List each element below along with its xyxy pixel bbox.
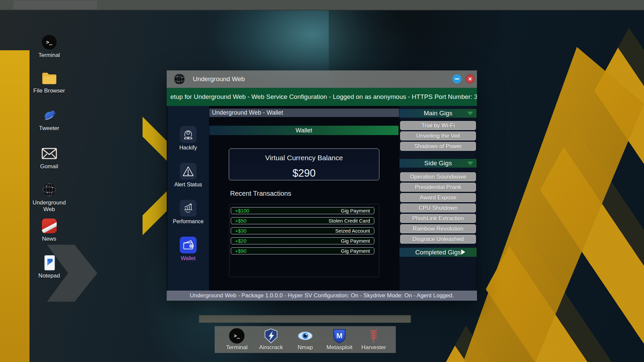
nav-item-label: Performance xyxy=(173,219,204,225)
dock-item-terminal[interactable]: >_ Terminal xyxy=(221,328,253,353)
transaction-source: Gig Payment xyxy=(341,208,370,214)
minimize-button[interactable] xyxy=(452,74,462,83)
desktop-icon-label: News xyxy=(28,236,70,242)
transaction-row: +$30 Seized Account xyxy=(231,227,374,234)
transaction-source: Gig Payment xyxy=(341,248,370,254)
chevron-down-icon xyxy=(467,112,473,115)
gig-button-cpu-shutdown[interactable]: CPU Shutdown xyxy=(400,203,476,213)
nav-item-wallet[interactable]: Wallet xyxy=(180,237,197,261)
background-window-bar xyxy=(199,315,411,323)
desktop-icon-news[interactable]: News xyxy=(28,218,70,242)
darkweb-globe-icon xyxy=(28,182,70,198)
dock-item-label: Terminal xyxy=(226,344,248,351)
transaction-row: +$90 Gig Payment xyxy=(231,247,374,254)
transaction-row: +$50 Stolen Credit Card xyxy=(231,217,374,224)
transaction-amount: +$90 xyxy=(235,248,247,254)
dock: >_ Terminal Airocrack Nmap xyxy=(215,326,396,353)
desktop-icon-file-browser[interactable]: File Browser xyxy=(28,70,70,94)
transaction-amount: +$50 xyxy=(235,218,247,224)
folder-icon xyxy=(28,70,70,86)
desktop-icon-label: Underground Web xyxy=(28,199,70,213)
airocrack-shield-icon xyxy=(264,328,278,344)
gig-button-phishlink-extraction[interactable]: PhishLink Extraction xyxy=(400,214,476,223)
chevron-down-icon xyxy=(467,162,473,165)
desktop-icon-label: Notepad xyxy=(28,273,70,279)
completed-gigs-label: Completed Gigs xyxy=(415,249,461,256)
dock-item-metasploit[interactable]: M Metasploit xyxy=(323,328,356,353)
svg-text:M: M xyxy=(336,331,342,340)
content-header: Underground Web - Wallet xyxy=(209,109,399,117)
performance-chart-icon xyxy=(180,200,197,217)
transaction-amount: +$20 xyxy=(235,238,247,244)
envelope-icon xyxy=(28,145,70,162)
desktop: >_ Terminal File Browser Tweeter xyxy=(0,0,644,362)
transaction-row: +$100 Gig Payment xyxy=(231,207,374,214)
desktop-icon-label: Tweeter xyxy=(28,125,70,132)
main-gigs-header[interactable]: Main Gigs xyxy=(399,109,477,118)
dock-item-label: Nmap xyxy=(298,344,313,351)
transaction-amount: +$100 xyxy=(235,208,249,214)
gig-button-award-expose[interactable]: Award Expose xyxy=(400,193,476,202)
nav-item-alert-status[interactable]: Alert Status xyxy=(174,163,202,188)
close-button[interactable]: ✕ xyxy=(466,74,475,83)
gig-button-presidential-prank[interactable]: Presidential Prank xyxy=(400,183,476,192)
bird-icon xyxy=(28,107,70,123)
dock-item-nmap[interactable]: Nmap xyxy=(289,328,321,353)
terminal-icon: >_ xyxy=(42,35,57,50)
nmap-eye-icon xyxy=(297,328,314,344)
config-marquee: etup for Underground Web - Web Service C… xyxy=(167,88,477,106)
alert-triangle-icon xyxy=(180,163,197,180)
gig-button-disgrace-unleashed[interactable]: Disgrace Unleashed xyxy=(400,235,476,244)
gig-button-trial-by-wifi[interactable]: Trial by Wi-Fi xyxy=(400,121,476,130)
gig-button-unveiling-the-veil[interactable]: Unveiling the Veil xyxy=(400,131,476,140)
window-body: Hackify Alert Status xyxy=(167,106,477,291)
dock-item-label: Harvester xyxy=(361,344,386,351)
statusbar-text: Underground Web - Package 1.0.0.0 - Hype… xyxy=(190,292,454,299)
hackify-hacker-icon xyxy=(180,126,197,143)
terminal-icon: >_ xyxy=(229,328,245,344)
desktop-icon-label: Terminal xyxy=(28,52,70,59)
dock-item-harvester[interactable]: Harvester xyxy=(358,328,390,353)
underground-web-window: Underground Web ✕ etup for Underground W… xyxy=(167,70,477,301)
nav-item-label: Wallet xyxy=(180,255,197,261)
nav-item-hackify[interactable]: Hackify xyxy=(179,126,197,151)
desktop-icon-label: Gomail xyxy=(28,163,70,170)
main-gigs-label: Main Gigs xyxy=(424,110,452,117)
transaction-row: +$20 Gig Payment xyxy=(231,237,374,244)
desktop-icon-gomail[interactable]: Gomail xyxy=(28,145,70,170)
wallpaper-gold-edge xyxy=(0,50,30,362)
window-title: Underground Web xyxy=(193,75,245,83)
side-gigs-header[interactable]: Side Gigs xyxy=(399,159,477,168)
top-panel xyxy=(0,0,644,10)
transaction-source: Seized Account xyxy=(335,228,370,234)
wallet-content: Underground Web - Wallet Wallet Virtual … xyxy=(209,106,399,291)
transactions-list: +$100 Gig Payment +$50 Stolen Credit Car… xyxy=(229,204,379,277)
top-panel-segment[interactable] xyxy=(13,1,97,9)
transaction-source: Gig Payment xyxy=(341,238,370,244)
desktop-icon-underground-web[interactable]: Underground Web xyxy=(28,182,70,213)
dock-item-airocrack[interactable]: Airocrack xyxy=(255,328,287,353)
transactions-title: Recent Transactions xyxy=(230,190,291,197)
wallet-icon xyxy=(180,237,197,253)
harvester-wheat-icon xyxy=(368,328,379,344)
nav-item-performance[interactable]: Performance xyxy=(173,200,204,225)
completed-gigs-header[interactable]: Completed Gigs xyxy=(399,248,477,257)
desktop-icon-label: File Browser xyxy=(28,87,70,94)
gig-button-rainbow-revolution[interactable]: Rainbow Revolution xyxy=(400,224,476,233)
wallet-nav: Hackify Alert Status xyxy=(167,106,209,291)
dock-item-label: Metasploit xyxy=(326,344,352,351)
metasploit-shield-icon: M xyxy=(332,328,346,344)
desktop-icon-tweeter[interactable]: Tweeter xyxy=(28,107,70,132)
gig-button-operation-soundwave[interactable]: Operation Soundwave xyxy=(400,172,476,181)
desktop-icon-notepad[interactable]: Notepad xyxy=(28,255,70,279)
desktop-icon-terminal[interactable]: >_ Terminal xyxy=(28,34,70,59)
window-statusbar: Underground Web - Package 1.0.0.0 - Hype… xyxy=(167,291,477,301)
gigs-sidebar: Main Gigs Trial by Wi-Fi Unveiling the V… xyxy=(399,106,477,291)
window-titlebar[interactable]: Underground Web ✕ xyxy=(167,70,477,88)
side-gigs-label: Side Gigs xyxy=(424,160,452,167)
gig-button-shadows-of-power[interactable]: Shadows of Power xyxy=(400,142,476,151)
dock-item-label: Airocrack xyxy=(259,344,283,351)
window-globe-icon xyxy=(173,73,185,85)
chevron-right-icon xyxy=(461,249,465,255)
news-icon xyxy=(42,219,57,233)
